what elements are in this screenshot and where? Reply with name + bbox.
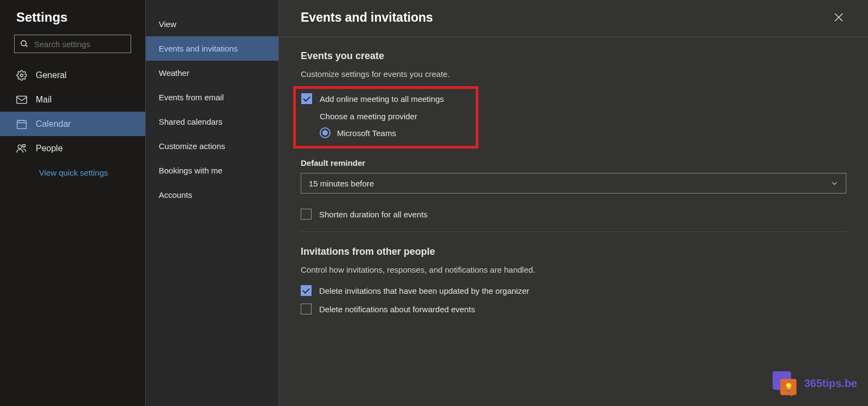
search-input[interactable] bbox=[34, 40, 125, 49]
subnav-events-from-email[interactable]: Events from email bbox=[146, 85, 278, 109]
nav-general[interactable]: General bbox=[0, 63, 145, 87]
subnav-bookings[interactable]: Bookings with me bbox=[146, 158, 278, 183]
calendar-subnav: View Events and invitations Weather Even… bbox=[145, 0, 279, 406]
nav-calendar[interactable]: Calendar bbox=[0, 112, 145, 136]
checkbox-label: Shorten duration for all events bbox=[319, 210, 427, 219]
nav-mail[interactable]: Mail bbox=[0, 87, 145, 112]
nav-label: General bbox=[36, 70, 67, 80]
search-settings-field[interactable] bbox=[14, 35, 131, 53]
checkbox-icon bbox=[301, 209, 312, 220]
close-button[interactable] bbox=[831, 10, 846, 25]
checkbox-icon bbox=[301, 304, 312, 314]
checkbox-label: Delete invitations that have been update… bbox=[319, 286, 529, 295]
highlight-annotation: Add online meeting to all meetings Choos… bbox=[293, 86, 478, 149]
svg-point-14 bbox=[18, 145, 22, 149]
view-quick-settings-link[interactable]: View quick settings bbox=[0, 160, 145, 177]
watermark-logo: 💡 365tips.be bbox=[773, 371, 857, 395]
subnav-weather[interactable]: Weather bbox=[146, 61, 278, 85]
section-invitations-title: Invitations from other people bbox=[301, 246, 846, 257]
search-icon bbox=[20, 40, 29, 48]
radio-label: Microsoft Teams bbox=[337, 128, 396, 138]
logo-icon: 💡 bbox=[773, 371, 796, 395]
page-title: Events and invitations bbox=[301, 10, 433, 25]
nav-label: Mail bbox=[36, 95, 51, 105]
section-invitations-sub: Control how invitations, responses, and … bbox=[301, 265, 846, 274]
checkbox-icon bbox=[301, 93, 312, 104]
nav-label: People bbox=[36, 144, 63, 153]
checkbox-online-meeting[interactable]: Add online meeting to all meetings bbox=[301, 93, 476, 104]
gear-icon bbox=[16, 70, 27, 81]
checkbox-icon bbox=[301, 285, 312, 296]
people-icon bbox=[16, 143, 27, 154]
nav-people[interactable]: People bbox=[0, 136, 145, 160]
settings-nav: General Mail Calendar People View quick … bbox=[0, 59, 145, 177]
content-header: Events and invitations bbox=[279, 0, 868, 37]
checkbox-delete-forwarded[interactable]: Delete notifications about forwarded eve… bbox=[301, 304, 846, 314]
subnav-view[interactable]: View bbox=[146, 12, 278, 36]
checkbox-label: Add online meeting to all meetings bbox=[320, 94, 444, 104]
mail-icon bbox=[16, 95, 27, 104]
provider-label: Choose a meeting provider bbox=[320, 112, 476, 121]
default-reminder-select[interactable]: 15 minutes before bbox=[301, 173, 846, 194]
subnav-events-invitations[interactable]: Events and invitations bbox=[146, 36, 278, 61]
chevron-down-icon bbox=[831, 179, 838, 187]
calendar-icon bbox=[16, 119, 27, 130]
section-events-create-sub: Customize settings for events you create… bbox=[301, 69, 846, 79]
checkbox-shorten-duration[interactable]: Shorten duration for all events bbox=[301, 209, 846, 220]
provider-group: Choose a meeting provider Microsoft Team… bbox=[301, 112, 476, 138]
checkbox-delete-updated[interactable]: Delete invitations that have been update… bbox=[301, 285, 846, 296]
settings-content: Events and invitations Events you create… bbox=[279, 0, 868, 406]
checkbox-label: Delete notifications about forwarded eve… bbox=[319, 305, 475, 314]
subnav-shared-calendars[interactable]: Shared calendars bbox=[146, 109, 278, 134]
radio-microsoft-teams[interactable]: Microsoft Teams bbox=[320, 127, 476, 138]
svg-rect-4 bbox=[17, 120, 27, 128]
close-icon bbox=[834, 13, 843, 22]
default-reminder-label: Default reminder bbox=[301, 158, 846, 167]
section-events-create-title: Events you create bbox=[301, 50, 846, 62]
radio-icon bbox=[320, 127, 331, 138]
svg-point-15 bbox=[23, 144, 25, 147]
settings-title: Settings bbox=[0, 10, 145, 35]
select-value: 15 minutes before bbox=[309, 179, 374, 188]
settings-sidebar: Settings General Mail Calendar bbox=[0, 0, 145, 406]
bulb-icon: 💡 bbox=[784, 383, 793, 391]
nav-label: Calendar bbox=[36, 119, 71, 129]
subnav-accounts[interactable]: Accounts bbox=[146, 183, 278, 207]
section-separator bbox=[301, 231, 846, 232]
svg-line-1 bbox=[25, 45, 27, 47]
svg-point-0 bbox=[21, 41, 26, 46]
subnav-customize-actions[interactable]: Customize actions bbox=[146, 134, 278, 158]
svg-point-2 bbox=[21, 74, 23, 76]
svg-rect-3 bbox=[17, 96, 27, 103]
watermark-text: 365tips.be bbox=[804, 377, 857, 390]
